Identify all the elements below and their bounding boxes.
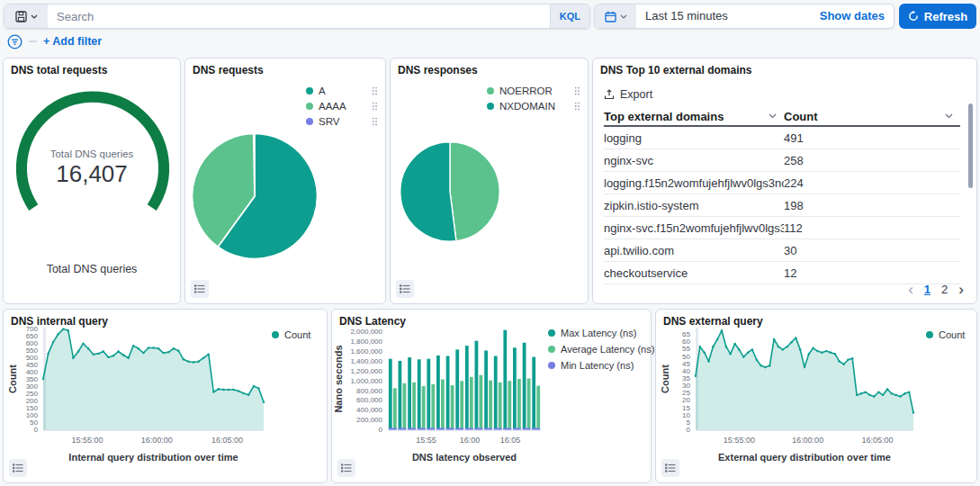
y-tick-label: 650 bbox=[11, 333, 38, 340]
y-tick-label: 450 bbox=[11, 362, 38, 369]
add-filter-link[interactable]: + Add filter bbox=[43, 35, 102, 48]
legend-color-dot bbox=[306, 87, 313, 94]
legend-item[interactable]: Count bbox=[926, 329, 965, 340]
requests-pie-chart bbox=[189, 130, 320, 262]
table-header-count[interactable]: Count bbox=[784, 110, 960, 123]
panel-title: DNS responses bbox=[398, 64, 478, 76]
legend-actions-icon[interactable] bbox=[574, 86, 580, 95]
pagination-page-2[interactable]: 2 bbox=[941, 283, 948, 296]
legend-item[interactable]: Max Latency (ns) bbox=[548, 328, 654, 338]
pagination-next[interactable]: › bbox=[958, 284, 964, 296]
table-header-domains[interactable]: Top external domains bbox=[604, 110, 784, 123]
legend-toggle-button[interactable] bbox=[661, 459, 679, 477]
pagination-page-1[interactable]: 1 bbox=[924, 283, 931, 296]
column-label: Count bbox=[784, 110, 818, 123]
y-tick-label: 300 bbox=[11, 383, 38, 391]
legend-actions-button[interactable] bbox=[574, 86, 580, 95]
legend-label: NXDOMAIN bbox=[499, 101, 555, 112]
calendar-menu-button[interactable] bbox=[595, 4, 636, 28]
legend-label: AAAA bbox=[319, 101, 346, 112]
cell-domain: logging.f15n2womfujehfjlwv0lgs3nog.... bbox=[604, 176, 784, 190]
panel-dns-external-query: DNS external query Count0510152025303540… bbox=[655, 309, 977, 483]
panel-title: DNS external query bbox=[663, 315, 763, 328]
legend-item[interactable]: NXDOMAIN bbox=[487, 101, 580, 112]
cell-domain: nginx-svc bbox=[604, 154, 784, 167]
table-row: checkoutservice12 bbox=[604, 262, 960, 284]
plot-area bbox=[388, 328, 541, 430]
refresh-button[interactable]: Refresh bbox=[899, 4, 976, 29]
y-tick-label: 400,000 bbox=[337, 407, 382, 414]
legend-actions-button[interactable] bbox=[372, 102, 378, 111]
legend-item[interactable]: Count bbox=[272, 329, 310, 340]
legend-actions-icon[interactable] bbox=[372, 102, 378, 111]
legend-item[interactable]: Average Latency (ns) bbox=[548, 344, 654, 355]
table-row: zipkin.istio-system198 bbox=[604, 194, 960, 217]
search-input[interactable] bbox=[48, 4, 550, 28]
x-tick-label: 16:00 bbox=[460, 436, 481, 445]
kql-badge[interactable]: KQL bbox=[550, 4, 589, 28]
panel-dns-internal-query: DNS internal query Count0501001502002503… bbox=[3, 309, 328, 483]
internal-query-chart: Count05010015020025030035040045050055060… bbox=[4, 310, 327, 482]
table-scrollbar[interactable] bbox=[968, 104, 973, 188]
legend-actions-button[interactable] bbox=[372, 117, 378, 126]
legend-toggle-button[interactable] bbox=[9, 459, 27, 477]
legend-actions-icon[interactable] bbox=[372, 86, 378, 95]
chart-legend: Max Latency (ns)Average Latency (ns)Min … bbox=[548, 328, 654, 371]
x-tick-label: 16:00:00 bbox=[792, 436, 823, 445]
x-tick-label: 16:05:00 bbox=[862, 436, 894, 445]
legend-color-dot bbox=[926, 331, 933, 338]
x-axis-title: External query distribution over time bbox=[718, 452, 891, 463]
y-tick-label: 45 bbox=[663, 361, 690, 368]
pagination: ‹12› bbox=[908, 283, 964, 296]
panel-title: DNS internal query bbox=[11, 315, 108, 328]
cell-domain: nginx-svc.f15n2womfujehfjlwv0lgs3no... bbox=[604, 221, 784, 235]
legend-item[interactable]: NOERROR bbox=[487, 86, 580, 96]
filter-divider bbox=[29, 40, 37, 42]
filter-icon[interactable] bbox=[7, 34, 22, 50]
legend-item[interactable]: A bbox=[306, 86, 378, 96]
y-tick-label: 200,000 bbox=[337, 417, 382, 424]
domains-table: Top external domainsCountlogging491nginx… bbox=[593, 58, 976, 303]
y-tick-label: 25 bbox=[663, 390, 690, 397]
legend-item[interactable]: SRV bbox=[306, 116, 378, 127]
cell-domain: zipkin.istio-system bbox=[604, 199, 784, 212]
cell-count: 30 bbox=[784, 244, 960, 257]
y-tick-label: 0 bbox=[337, 427, 382, 434]
y-tick-label: 1,600,000 bbox=[337, 348, 382, 356]
legend-label: Count bbox=[939, 329, 965, 340]
legend-toggle-button[interactable] bbox=[337, 459, 355, 477]
y-tick-label: 400 bbox=[11, 369, 38, 376]
legend-toggle-button[interactable] bbox=[396, 280, 414, 298]
y-tick-label: 35 bbox=[663, 375, 690, 382]
legend-item[interactable]: AAAA bbox=[306, 101, 378, 112]
cell-count: 12 bbox=[784, 266, 960, 280]
show-dates-link[interactable]: Show dates bbox=[820, 4, 894, 28]
saved-query-menu-button[interactable] bbox=[4, 4, 48, 28]
legend-actions-button[interactable] bbox=[372, 86, 378, 95]
legend-actions-icon[interactable] bbox=[574, 102, 580, 111]
legend-actions-button[interactable] bbox=[574, 102, 580, 111]
pie-legend: AAAAASRV bbox=[306, 86, 378, 127]
table-header-row: Top external domainsCount bbox=[604, 107, 960, 127]
legend-item[interactable]: Min Latency (ns) bbox=[548, 360, 654, 371]
time-range-label[interactable]: Last 15 minutes bbox=[636, 4, 820, 28]
legend-label: Min Latency (ns) bbox=[561, 360, 634, 371]
y-tick-label: 600 bbox=[11, 340, 38, 347]
panel-dns-requests: DNS requests AAAAASRV bbox=[184, 58, 386, 304]
y-tick-label: 2,000,000 bbox=[337, 328, 382, 336]
legend-toggle-button[interactable] bbox=[191, 280, 209, 298]
legend-color-dot bbox=[306, 118, 313, 125]
responses-pie-chart bbox=[398, 140, 502, 244]
gauge-sublabel: Total DNS queries bbox=[4, 263, 180, 275]
panel-title: DNS total requests bbox=[11, 64, 107, 76]
legend-actions-icon[interactable] bbox=[372, 117, 378, 126]
legend-color-dot bbox=[548, 346, 555, 353]
search-bar: KQL bbox=[4, 4, 590, 29]
filter-bar: + Add filter bbox=[7, 32, 102, 50]
y-tick-label: 200 bbox=[11, 398, 38, 405]
panel-dns-latency: DNS Latency Nano seconds0200,000400,0006… bbox=[331, 309, 652, 483]
pagination-prev[interactable]: ‹ bbox=[908, 284, 913, 296]
table-row: nginx-svc258 bbox=[604, 149, 960, 172]
y-tick-label: 1,000,000 bbox=[337, 378, 382, 385]
legend-label: Average Latency (ns) bbox=[561, 344, 654, 355]
